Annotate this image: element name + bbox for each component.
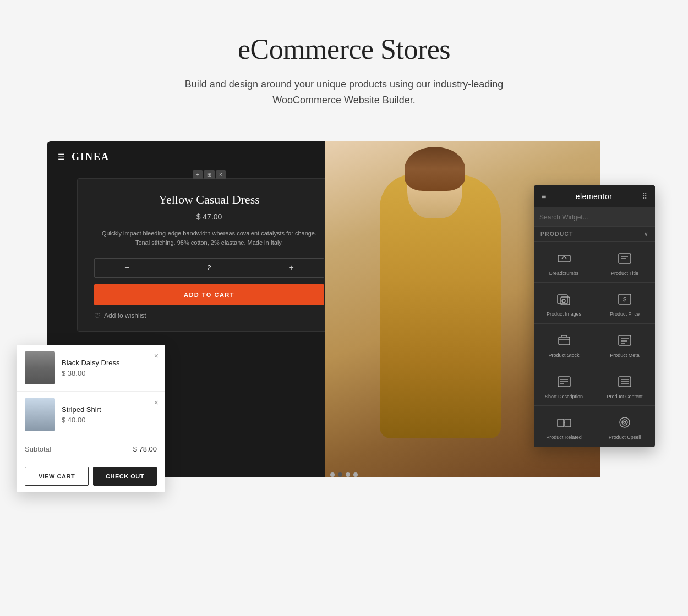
- cart-item-info-1: Black Daisy Dress $ 38.00: [62, 359, 157, 377]
- section-collapse-icon[interactable]: ∨: [644, 231, 649, 237]
- pagination-dots: [330, 472, 358, 477]
- search-input[interactable]: [539, 213, 649, 221]
- cart-item-name-2: Striped Shirt: [62, 405, 157, 414]
- short-description-icon: [555, 373, 573, 391]
- dot-3[interactable]: [346, 472, 350, 477]
- store-logo: GINEA: [72, 151, 110, 163]
- product-content-label: Product Content: [607, 394, 642, 400]
- svg-point-6: [562, 299, 565, 302]
- cart-popup: Black Daisy Dress $ 38.00 × Striped Shir…: [17, 345, 165, 492]
- dot-2[interactable]: [338, 472, 342, 477]
- product-section-header: PRODUCT ∨: [534, 227, 655, 242]
- cart-item-2: Striped Shirt $ 40.00 ×: [17, 392, 165, 438]
- svg-point-28: [624, 421, 626, 424]
- widget-product-price[interactable]: $ Product Price: [594, 283, 655, 324]
- store-nav: ☰ GINEA: [47, 141, 372, 173]
- elementor-menu-icon[interactable]: ≡: [542, 192, 546, 201]
- widget-product-meta[interactable]: Product Meta: [594, 324, 655, 365]
- cart-item-price-2: $ 40.00: [62, 416, 157, 424]
- product-description: Quickly impact bleeding-edge bandwidth w…: [94, 229, 324, 248]
- elementor-search[interactable]: [534, 207, 655, 227]
- hamburger-icon[interactable]: ☰: [58, 152, 65, 161]
- card-close-icon[interactable]: ×: [216, 170, 226, 179]
- product-related-icon: [555, 414, 573, 431]
- cart-item-name-1: Black Daisy Dress: [62, 359, 157, 367]
- svg-point-26: [620, 417, 630, 427]
- svg-rect-11: [619, 336, 631, 345]
- cart-item-remove-2[interactable]: ×: [154, 398, 159, 407]
- widget-product-related[interactable]: Product Related: [534, 406, 594, 447]
- widgets-grid: Breadcrumbs Product Title Product Images: [534, 242, 655, 447]
- add-to-cart-button[interactable]: ADD TO CART: [94, 284, 324, 305]
- widget-short-description[interactable]: Short Description: [534, 365, 594, 406]
- widget-product-title[interactable]: Product Title: [594, 242, 655, 283]
- quantity-decrease[interactable]: −: [95, 258, 160, 277]
- card-add-icon[interactable]: +: [193, 170, 203, 179]
- elementor-grid-icon[interactable]: ⠿: [642, 192, 647, 201]
- svg-rect-9: [559, 337, 570, 345]
- svg-rect-23: [558, 419, 564, 427]
- breadcrumbs-label: Breadcrumbs: [549, 271, 579, 277]
- elementor-header: ≡ elementor ⠿: [534, 185, 655, 207]
- product-upsell-label: Product Upsell: [609, 435, 641, 441]
- product-upsell-icon: [616, 414, 634, 431]
- quantity-control: − 2 +: [94, 258, 324, 278]
- card-grid-icon[interactable]: ⊞: [204, 170, 215, 179]
- product-price-label: Product Price: [610, 311, 640, 318]
- cart-item-info-2: Striped Shirt $ 40.00: [62, 405, 157, 424]
- product-meta-icon: [616, 332, 634, 349]
- product-title-label: Product Title: [611, 271, 638, 277]
- page-title: eCommerce Stores: [11, 33, 677, 65]
- cart-item: Black Daisy Dress $ 38.00 ×: [17, 345, 165, 392]
- product-images-icon: [555, 290, 573, 308]
- page-header: eCommerce Stores Build and design around…: [0, 0, 688, 130]
- widget-product-content[interactable]: Product Content: [594, 365, 655, 406]
- product-images-label: Product Images: [547, 311, 581, 318]
- svg-rect-24: [565, 419, 571, 427]
- svg-point-27: [622, 420, 627, 425]
- dot-1[interactable]: [330, 472, 335, 477]
- checkout-button[interactable]: CHECK OUT: [93, 467, 157, 486]
- widget-product-images[interactable]: Product Images: [534, 283, 594, 324]
- cart-subtotal: Subtotal $ 78.00: [17, 438, 165, 460]
- cart-item-image-1: [25, 351, 55, 384]
- view-cart-button[interactable]: VIEW CART: [25, 467, 89, 486]
- quantity-value: 2: [160, 259, 259, 276]
- dot-4[interactable]: [353, 472, 358, 477]
- product-stock-icon: [555, 332, 573, 349]
- elementor-panel: ≡ elementor ⠿ PRODUCT ∨ Breadcrumbs: [534, 185, 655, 447]
- product-content-icon: [616, 373, 634, 391]
- heart-icon: ♡: [94, 312, 101, 320]
- product-related-label: Product Related: [546, 435, 582, 441]
- subtotal-label: Subtotal: [25, 445, 51, 453]
- cart-item-image-2: [25, 398, 55, 431]
- cart-actions: VIEW CART CHECK OUT: [17, 460, 165, 492]
- product-stock-label: Product Stock: [548, 353, 579, 359]
- breadcrumbs-icon: [555, 250, 573, 267]
- product-card: + ⊞ × Yellow Casual Dress $ 47.00 Quickl…: [77, 178, 341, 332]
- quantity-increase[interactable]: +: [259, 258, 324, 277]
- subtotal-amount: $ 78.00: [133, 445, 157, 453]
- product-price-icon: $: [616, 290, 634, 308]
- cart-item-remove-1[interactable]: ×: [154, 351, 159, 360]
- cart-item-price-1: $ 38.00: [62, 369, 157, 377]
- short-description-label: Short Description: [545, 394, 583, 400]
- wishlist-label: Add to wishlist: [104, 312, 146, 320]
- product-price: $ 47.00: [94, 212, 324, 221]
- product-title: Yellow Casual Dress: [94, 193, 324, 207]
- product-card-controls[interactable]: + ⊞ ×: [193, 170, 226, 179]
- widget-breadcrumbs[interactable]: Breadcrumbs: [534, 242, 594, 283]
- widget-product-stock[interactable]: Product Stock: [534, 324, 594, 365]
- svg-text:$: $: [623, 296, 626, 302]
- page-subtitle: Build and design around your unique prod…: [151, 76, 537, 108]
- product-meta-label: Product Meta: [610, 353, 640, 359]
- widget-product-upsell[interactable]: Product Upsell: [594, 406, 655, 447]
- product-title-icon: [616, 250, 634, 267]
- visual-section: ☰ GINEA + ⊞ × Yellow Casual Dress $ 47.0…: [0, 141, 688, 493]
- wishlist-link[interactable]: ♡ Add to wishlist: [94, 312, 324, 320]
- elementor-brand: elementor: [576, 192, 613, 201]
- section-label: PRODUCT: [540, 231, 574, 237]
